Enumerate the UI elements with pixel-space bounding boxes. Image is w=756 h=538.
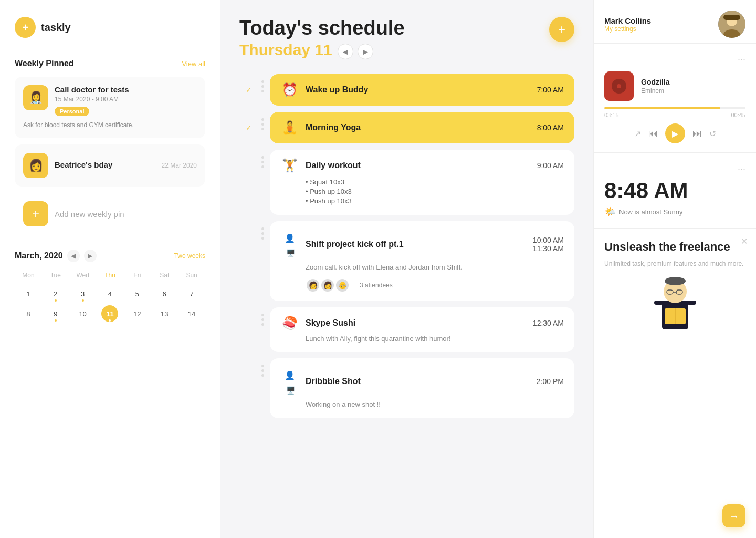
cal-cell-11[interactable]: 11 xyxy=(101,305,118,322)
pinned-date-2: 22 Mar 2020 xyxy=(162,162,197,169)
pinned-avatar-1: 👩‍⚕️ xyxy=(23,85,48,110)
user-name: Mark Collins xyxy=(604,16,651,25)
pinned-card-2[interactable]: 👩 Beatrice's bday 22 Mar 2020 xyxy=(15,144,205,187)
progress-bar[interactable] xyxy=(604,107,746,109)
time-elapsed: 03:15 xyxy=(604,112,619,118)
check-3[interactable] xyxy=(239,150,258,161)
music-menu-icon[interactable]: ··· xyxy=(738,54,746,65)
cal-cell-4[interactable]: 4 xyxy=(101,285,118,302)
event-card-5[interactable]: 🍣 Skype Sushi 12:30 AM Lunch with Ally, … xyxy=(270,307,574,353)
cal-cell-6[interactable]: 6 xyxy=(156,285,173,302)
cal-day-thu: Thu xyxy=(97,270,124,281)
logo-icon[interactable]: + xyxy=(15,17,36,38)
event-sub-4: Zoom call. kick off with Elena and Jorda… xyxy=(280,262,564,273)
next-btn[interactable]: ⏭ xyxy=(692,128,702,139)
pinned-card-1[interactable]: 👩‍⚕️ Call doctor for tests 15 Mar 2020 -… xyxy=(15,77,205,138)
svg-point-5 xyxy=(617,84,621,88)
time-row: 03:15 00:45 xyxy=(604,112,746,118)
day-next-btn[interactable]: ▶ xyxy=(358,44,373,59)
repeat-icon[interactable]: ↺ xyxy=(709,129,716,139)
schedule-title: Today's schedule xyxy=(239,17,405,39)
promo-illustration xyxy=(604,277,746,329)
add-event-button[interactable]: + xyxy=(549,17,574,42)
right-panel: Mark Collins My settings ··· xyxy=(593,0,756,538)
event-icon-1: ⏰ xyxy=(280,82,299,97)
event-card-3[interactable]: 🏋️ Daily workout 9:00 AM Squat 10x3 Push… xyxy=(270,150,574,215)
promo-close-btn[interactable]: ✕ xyxy=(741,236,748,246)
left-sidebar: + taskly Weekly Pinned View all 👩‍⚕️ Cal… xyxy=(0,0,220,538)
check-6[interactable] xyxy=(239,358,258,370)
event-icon-6: 👤🖥️ xyxy=(280,367,299,396)
event-bullets-3: Squat 10x3 Push up 10x3 Push up 10x3 xyxy=(280,178,564,205)
day-prev-btn[interactable]: ◀ xyxy=(338,44,353,59)
cal-cell-10[interactable]: 10 xyxy=(75,305,91,322)
main-content: Today's schedule Thursday 11 ◀ ▶ + ✓ ⏰ W… xyxy=(220,0,593,538)
event-row-5: 🍣 Skype Sushi 12:30 AM Lunch with Ally, … xyxy=(239,307,574,359)
event-row-6: 👤🖥️ Dribbble Shot 2:00 PM Working on a n… xyxy=(239,358,574,425)
svg-point-11 xyxy=(665,277,686,285)
dots-4 xyxy=(258,221,267,241)
event-card-1[interactable]: ⏰ Wake up Buddy 7:00 AM xyxy=(270,74,574,106)
cal-cell-13[interactable]: 13 xyxy=(156,305,173,322)
weather-menu-icon[interactable]: ··· xyxy=(738,163,746,174)
weather-time: 8:48 AM xyxy=(604,179,746,203)
cal-cell-9[interactable]: 9 xyxy=(47,305,64,322)
bullet-3-3: Push up 10x3 xyxy=(306,197,564,205)
svg-rect-12 xyxy=(654,301,664,305)
event-time-1: 7:00 AM xyxy=(537,86,564,94)
cal-cell-5[interactable]: 5 xyxy=(129,285,145,302)
event-card-4[interactable]: 👤🖥️ Shift project kick off pt.1 10:00 AM… xyxy=(270,221,574,301)
attendee-1: 🧑 xyxy=(306,278,320,293)
cal-cell-1[interactable]: 1 xyxy=(20,285,37,302)
play-btn[interactable]: ▶ xyxy=(665,123,685,143)
add-pin-button[interactable]: + Add new weekly pin xyxy=(15,193,205,235)
event-card-6[interactable]: 👤🖥️ Dribbble Shot 2:00 PM Working on a n… xyxy=(270,358,574,418)
promo-widget: ✕ Unsleash the freelance Unlimited task,… xyxy=(594,229,756,538)
event-name-2: Morning Yoga xyxy=(306,123,531,132)
attendees-count-4: +3 attendees xyxy=(356,282,393,289)
check-1[interactable]: ✓ xyxy=(239,74,258,94)
cal-next-btn[interactable]: ▶ xyxy=(84,250,97,262)
calendar-grid: Mon Tue Wed Thu Fri Sat Sun 1 2 3 4 5 6 … xyxy=(15,270,205,322)
cal-cell-12[interactable]: 12 xyxy=(129,305,145,322)
check-2[interactable]: ✓ xyxy=(239,112,258,132)
cal-prev-btn[interactable]: ◀ xyxy=(67,250,80,262)
weather-description: 🌤️ Now is almost Sunny xyxy=(604,206,746,218)
view-all-link[interactable]: View all xyxy=(182,60,205,68)
pinned-notes-1: Ask for blood tests and GYM certificate. xyxy=(23,120,197,130)
cal-day-sun: Sun xyxy=(178,270,205,281)
cal-cell-7[interactable]: 7 xyxy=(183,285,200,302)
cal-cell-14[interactable]: 14 xyxy=(183,305,200,322)
event-row-4: 👤🖥️ Shift project kick off pt.1 10:00 AM… xyxy=(239,221,574,307)
shuffle-icon[interactable]: ↗ xyxy=(634,129,641,139)
dots-2 xyxy=(258,112,267,131)
check-4[interactable] xyxy=(239,221,258,233)
check-5[interactable] xyxy=(239,307,258,319)
event-time-6: 2:00 PM xyxy=(537,377,564,386)
time-total: 00:45 xyxy=(731,112,746,118)
main-header: Today's schedule Thursday 11 ◀ ▶ + xyxy=(239,17,574,59)
pinned-date-1: 15 Mar 2020 - 9:00 AM xyxy=(55,96,197,103)
dots-1 xyxy=(258,74,267,94)
weekly-pinned-title: Weekly Pinned xyxy=(15,59,74,68)
user-info: Mark Collins My settings xyxy=(594,0,756,43)
cal-cell-3[interactable]: 3 xyxy=(75,285,91,302)
music-widget: ··· Godzilla Eminem 03:15 00:45 xyxy=(594,44,756,152)
album-art xyxy=(604,71,634,101)
event-sub-5: Lunch with Ally, fight this quarantine w… xyxy=(280,334,564,344)
cal-view-mode[interactable]: Two weeks xyxy=(174,252,205,260)
user-avatar xyxy=(718,11,746,38)
app-name: taskly xyxy=(41,22,71,34)
schedule-day: Thursday 11 xyxy=(239,41,332,59)
cal-cell-8[interactable]: 8 xyxy=(20,305,37,322)
event-name-3: Daily workout xyxy=(306,161,531,170)
calendar-section: March, 2020 ◀ ▶ Two weeks Mon Tue Wed Th… xyxy=(15,250,205,325)
cal-day-fri: Fri xyxy=(123,270,151,281)
event-name-4: Shift project kick off pt.1 xyxy=(306,240,527,249)
prev-btn[interactable]: ⏮ xyxy=(648,128,658,139)
event-row-1: ✓ ⏰ Wake up Buddy 7:00 AM xyxy=(239,74,574,112)
event-card-2[interactable]: 🧘 Morning Yoga 8:00 AM xyxy=(270,112,574,143)
user-settings-link[interactable]: My settings xyxy=(604,25,651,33)
cal-cell-2[interactable]: 2 xyxy=(47,285,64,302)
promo-cta-button[interactable]: → xyxy=(722,504,746,527)
